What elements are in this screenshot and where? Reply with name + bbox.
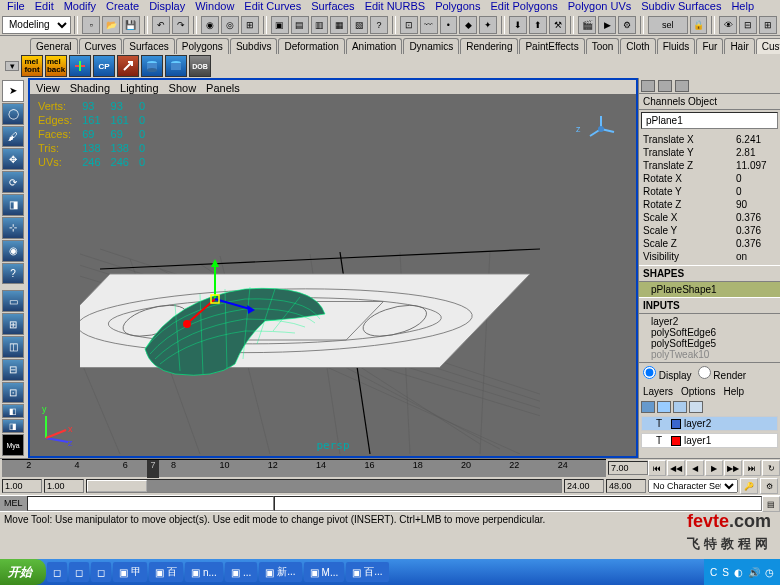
tab-dynamics[interactable]: Dynamics [403,38,459,54]
persp-viewport[interactable]: Verts:93930 Edges:1611610 Faces:69690 Tr… [28,94,638,458]
manip-tool[interactable]: ⊹ [2,217,24,239]
current-frame-field[interactable] [608,461,648,475]
rotate-tool[interactable]: ⟳ [2,171,24,193]
menu-create[interactable]: Create [101,0,144,14]
showhide2-icon[interactable]: ⊟ [739,16,757,34]
time-slider[interactable]: 2 4 6 7 8 10 12 14 16 18 20 22 24 [2,459,606,477]
mask4-icon[interactable]: ▦ [330,16,348,34]
shape-node[interactable]: pPlaneShape1 [639,282,780,297]
ipr-icon[interactable]: ▶ [598,16,616,34]
task-item[interactable]: ▣ 百... [346,562,388,582]
select-comp-icon[interactable]: ⊞ [241,16,259,34]
move-tool[interactable]: ✥ [2,148,24,170]
layers-menu[interactable]: Layers [643,386,673,397]
step-fwd-button[interactable]: ▶▶ [724,460,742,476]
prefs-button[interactable]: ⚙ [760,478,778,494]
snap-live-icon[interactable]: ✦ [479,16,497,34]
menu-file[interactable]: File [2,0,30,14]
current-frame-marker[interactable]: 7 [147,460,159,478]
mel-back-button[interactable]: melback [45,55,67,77]
tray-icon[interactable]: S [722,567,729,578]
menu-display[interactable]: Display [144,0,190,14]
layout2-icon[interactable]: ⊟ [2,359,24,381]
menu-modify[interactable]: Modify [59,0,101,14]
visibility-field[interactable]: on [736,251,776,262]
vpmenu-view[interactable]: View [36,82,60,92]
input-node[interactable]: polySoftEdge5 [651,338,768,349]
construction-icon[interactable]: ⚒ [549,16,567,34]
showhide3-icon[interactable]: ⊞ [759,16,777,34]
range-start-field[interactable] [44,479,84,493]
tab-toon[interactable]: Toon [586,38,620,54]
soft-tool[interactable]: ◉ [2,240,24,262]
task-item[interactable]: ▣ 百 [149,562,183,582]
scale-tool[interactable]: ◨ [2,194,24,216]
menu-polygons[interactable]: Polygons [430,0,485,14]
scale-z-field[interactable]: 0.376 [736,238,776,249]
loop-button[interactable]: ↻ [762,460,780,476]
menu-window[interactable]: Window [190,0,239,14]
rp-icon2[interactable] [658,80,672,92]
scale-x-field[interactable]: 0.376 [736,212,776,223]
last-tool[interactable]: ? [2,263,24,285]
layout3-icon[interactable]: ⊡ [2,382,24,404]
command-input[interactable] [27,496,274,511]
select-obj-icon[interactable]: ◎ [221,16,239,34]
sel-field-icon[interactable]: sel [648,16,688,34]
history-out-icon[interactable]: ⬆ [529,16,547,34]
vpmenu-lighting[interactable]: Lighting [120,82,159,92]
render-radio[interactable]: Render [698,366,747,381]
layer-btn2[interactable] [657,401,671,413]
single-view-icon[interactable]: ▭ [2,290,24,312]
lasso-tool[interactable]: ◯ [2,103,24,125]
select-tool[interactable]: ➤ [2,80,24,102]
play-back-button[interactable]: ◀ [686,460,704,476]
task-item[interactable]: ▣ M... [304,562,345,582]
paint-select-tool[interactable]: 🖌 [2,126,24,148]
snap-plane-icon[interactable]: ◆ [459,16,477,34]
tab-cloth[interactable]: Cloth [620,38,655,54]
tab-custom[interactable]: Custom [756,38,780,54]
tab-curves[interactable]: Curves [79,38,123,54]
autokey-button[interactable]: 🔑 [740,478,758,494]
tab-animation[interactable]: Animation [346,38,402,54]
menu-editnurbs[interactable]: Edit NURBS [360,0,431,14]
rp-tabs[interactable]: Channels Object [639,94,780,110]
select-hier-icon[interactable]: ◉ [201,16,219,34]
rotate-z-field[interactable]: 90 [736,199,776,210]
input-node[interactable]: layer2 [651,316,768,327]
anim-start-field[interactable] [2,479,42,493]
mask6-icon[interactable]: ? [370,16,388,34]
cylinder1-icon[interactable] [141,55,163,77]
rp-icon3[interactable] [675,80,689,92]
play-fwd-button[interactable]: ▶ [705,460,723,476]
tray-icon[interactable]: ◷ [765,567,774,578]
mask5-icon[interactable]: ▧ [350,16,368,34]
layer-row-layer2[interactable]: Tlayer2 [641,416,778,431]
layer-help-menu[interactable]: Help [723,386,744,397]
quick2-icon[interactable]: ◻ [69,562,89,582]
tab-deformation[interactable]: Deformation [278,38,344,54]
layer-row-layer1[interactable]: Tlayer1 [641,433,778,448]
vpmenu-shading[interactable]: Shading [70,82,110,92]
quick1-icon[interactable]: ◻ [47,562,67,582]
render-icon[interactable]: 🎬 [578,16,596,34]
character-set-dropdown[interactable]: No Character Set [648,479,738,493]
arrow-icon[interactable] [117,55,139,77]
tab-rendering[interactable]: Rendering [460,38,518,54]
tab-polygons[interactable]: Polygons [176,38,229,54]
menu-editcurves[interactable]: Edit Curves [239,0,306,14]
step-back-button[interactable]: ◀◀ [667,460,685,476]
tray-icon[interactable]: C [710,567,717,578]
scale-y-field[interactable]: 0.376 [736,225,776,236]
tab-fur[interactable]: Fur [696,38,723,54]
menu-edit[interactable]: Edit [30,0,59,14]
rotate-y-field[interactable]: 0 [736,186,776,197]
tab-surfaces[interactable]: Surfaces [123,38,174,54]
menu-editpolygons[interactable]: Edit Polygons [485,0,562,14]
vpmenu-show[interactable]: Show [169,82,197,92]
menu-subdiv[interactable]: Subdiv Surfaces [636,0,726,14]
tab-fluids[interactable]: Fluids [657,38,696,54]
goto-end-button[interactable]: ⏭ [743,460,761,476]
tab-hair[interactable]: Hair [724,38,754,54]
